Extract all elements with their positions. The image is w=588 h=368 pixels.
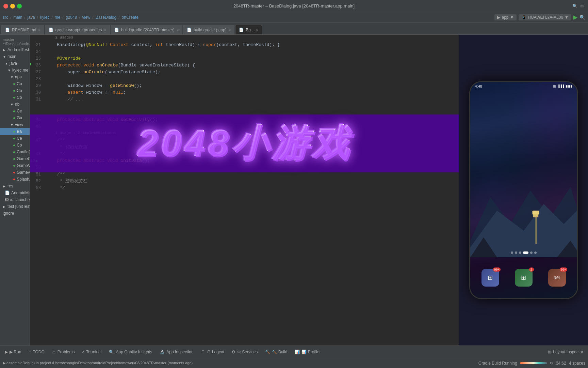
tabs-bar: 📄 README.md × 📄 gradle-wrapper.propertie… bbox=[0, 22, 588, 35]
arrow-java: ▼ bbox=[5, 62, 8, 65]
settings-icon[interactable]: ⚙ bbox=[580, 4, 584, 9]
logcat-btn[interactable]: 🗒 🗒 Logcat bbox=[198, 346, 228, 358]
sidebar-item-ignore[interactable]: ignore bbox=[0, 210, 30, 217]
sidebar-item-res[interactable]: ▶ res bbox=[0, 183, 30, 189]
nav-view[interactable]: view bbox=[82, 15, 90, 20]
tab-close-build-gradle-app[interactable]: × bbox=[229, 28, 231, 32]
sidebar-item-launcher-web[interactable]: 🖼 ic_launcher-web.png bbox=[0, 196, 30, 203]
services-btn[interactable]: ⚙ ⚙ Services bbox=[228, 346, 261, 358]
phone-app-3[interactable]: 傲软 99+ bbox=[548, 269, 566, 287]
build-label: 🔨 Build bbox=[272, 350, 287, 354]
sidebar-item-co1[interactable]: ● Co bbox=[0, 80, 30, 87]
nav-src[interactable]: src bbox=[3, 15, 8, 20]
tab-base-dialog[interactable]: 📄 Ba... × bbox=[235, 25, 262, 34]
sidebar-item-androidmanifest[interactable]: 📄 AndroidManifest.xml bbox=[0, 189, 30, 196]
app-inspection-btn[interactable]: 🔬 App Inspection bbox=[156, 346, 197, 358]
tab-build-gradle-master[interactable]: 📄 build.gradle (2048TR-master) × bbox=[111, 25, 182, 34]
phone-frame: 4:48 ▦ ▐▐▐ ▮▮▮▮ bbox=[469, 81, 578, 299]
sidebar-item-ga[interactable]: ● Ga bbox=[0, 114, 30, 121]
minimize-button[interactable] bbox=[10, 4, 15, 9]
maximize-button[interactable] bbox=[17, 4, 22, 9]
sidebar-item-java[interactable]: ▼ java bbox=[0, 60, 30, 67]
tab-label-readme: README.md bbox=[12, 28, 36, 32]
sidebar-item-gameoverdialog[interactable]: ● GameOverDialog bbox=[0, 155, 30, 162]
sidebar-item-app[interactable]: ▼ app bbox=[0, 74, 30, 80]
tab-readme[interactable]: 📄 README.md × bbox=[1, 25, 44, 34]
app-inspection-label: App Inspection bbox=[166, 350, 193, 354]
sidebar-item-configdialog[interactable]: ● ConfigDialog bbox=[0, 149, 30, 155]
icon-co1: ● bbox=[13, 81, 15, 86]
device-dropdown-icon: ▼ bbox=[565, 15, 569, 20]
tab-close-gradle-wrapper[interactable]: × bbox=[104, 28, 106, 32]
title-right-controls: 🔍 ⚙ bbox=[572, 4, 584, 9]
window-title: 2048TR-master – BaseDialog.java [2048TR-… bbox=[233, 3, 355, 9]
todo-btn[interactable]: ≡ TODO bbox=[25, 346, 48, 358]
sidebar-item-ce2[interactable]: ● Ce bbox=[0, 135, 30, 142]
sidebar-item-splashactivity[interactable]: ● SplashActivity bbox=[0, 176, 30, 183]
app-quality-btn[interactable]: 🔍 App Quality Insights bbox=[105, 346, 156, 358]
sidebar-label-view: view bbox=[15, 122, 23, 127]
sidebar-item-ba[interactable]: ● Ba bbox=[0, 128, 30, 135]
dot-5 bbox=[530, 251, 533, 254]
sidebar-item-co3[interactable]: ● Co bbox=[0, 94, 30, 101]
build-btn[interactable]: 🔨 🔨 Build bbox=[262, 346, 291, 358]
nav-g2048[interactable]: g2048 bbox=[66, 15, 77, 20]
icon-co4: ● bbox=[13, 143, 15, 148]
nav-kylec[interactable]: kylec bbox=[40, 15, 49, 20]
tab-close-readme[interactable]: × bbox=[38, 28, 40, 32]
nav-main[interactable]: main bbox=[13, 15, 22, 20]
nav-on-create[interactable]: onCreate bbox=[122, 15, 138, 20]
phone-time: 4:48 bbox=[475, 84, 482, 88]
dot-2 bbox=[515, 251, 517, 254]
terminal-icon: ≥ bbox=[82, 350, 85, 354]
editor-area[interactable]: 2 usages 21 BaseDialog(@NonNull Context … bbox=[30, 35, 459, 346]
phone-app-1[interactable]: ⊞ 99+ bbox=[481, 269, 499, 287]
tab-close-build-gradle-master[interactable]: × bbox=[177, 28, 179, 32]
phone-status-icons: ▦ ▐▐▐ ▮▮▮▮ bbox=[553, 85, 572, 88]
label-ga: Ga bbox=[17, 116, 22, 120]
search-icon[interactable]: 🔍 bbox=[572, 4, 577, 9]
label-gameview: GameView bbox=[17, 163, 30, 168]
icon-configdialog: ● bbox=[13, 150, 15, 154]
sidebar-item-kylec[interactable]: ▼ kylec.me bbox=[0, 67, 30, 74]
sidebar-item-androidtest[interactable]: ▶ AndroidTest bbox=[0, 46, 30, 53]
label-ce: Ce bbox=[17, 109, 22, 113]
sidebar-item-view[interactable]: ▼ view bbox=[0, 121, 30, 128]
tab-close-base-dialog[interactable]: × bbox=[256, 28, 258, 32]
tab-gradle-wrapper[interactable]: 📄 gradle-wrapper.properties × bbox=[45, 25, 110, 34]
label-launcher-web: ic_launcher-web.png bbox=[10, 197, 30, 202]
run-button[interactable]: ▶ bbox=[573, 14, 577, 20]
run-config-selector[interactable]: ▶ app ▼ bbox=[494, 14, 517, 20]
layout-inspector-btn[interactable]: ⊞ Layout Inspector bbox=[544, 346, 587, 358]
nav-base-dialog[interactable]: BaseDialog bbox=[96, 15, 116, 20]
sidebar-item-gameview[interactable]: ● GameView bbox=[0, 162, 30, 169]
problems-btn[interactable]: ⚠ Problems bbox=[49, 346, 78, 358]
label-splashactivity: SplashActivity bbox=[17, 177, 30, 182]
sidebar-item-gameactivity[interactable]: ● GameActivity bbox=[0, 169, 30, 176]
build-icon: 🔨 bbox=[265, 350, 270, 354]
device-selector[interactable]: 📱 HUAWEI LYA-AL00 ▼ bbox=[519, 14, 571, 20]
status-spaces: 4 spaces bbox=[569, 361, 585, 366]
run-tool-btn[interactable]: ▶ ▶ Run bbox=[1, 346, 24, 358]
nav-me[interactable]: me bbox=[55, 15, 61, 20]
app2-icon: ⊞ bbox=[521, 274, 526, 281]
close-button[interactable] bbox=[3, 4, 8, 9]
sidebar-item-main[interactable]: ▼ main bbox=[0, 53, 30, 60]
sidebar-item-co4[interactable]: ● Co bbox=[0, 142, 30, 149]
todo-icon: ≡ bbox=[29, 350, 31, 354]
search-nav-icon[interactable]: 🔍 bbox=[579, 15, 585, 20]
nav-java[interactable]: java bbox=[28, 15, 35, 20]
profiler-btn[interactable]: 📊 📊 Profiler bbox=[291, 346, 324, 358]
status-time: 34:62 bbox=[556, 361, 566, 366]
tab-build-gradle-app[interactable]: 📄 build.gradle (:app) × bbox=[183, 25, 234, 34]
sidebar-item-unittest[interactable]: ▶ test [unitTest] bbox=[0, 203, 30, 210]
sidebar-item-ce[interactable]: ● Ce bbox=[0, 108, 30, 114]
device-icon: 📱 bbox=[521, 15, 526, 20]
phone-app-2[interactable]: ⊞ 2 bbox=[515, 269, 533, 287]
app3-icon: 傲软 bbox=[554, 275, 560, 280]
code-editor[interactable]: 2 usages 21 BaseDialog(@NonNull Context … bbox=[30, 35, 459, 346]
sidebar-item-db[interactable]: ▼ db bbox=[0, 101, 30, 108]
sidebar-label-java: java bbox=[10, 61, 17, 66]
terminal-btn[interactable]: ≥ Terminal bbox=[79, 346, 105, 358]
sidebar-item-co2[interactable]: ● Co bbox=[0, 87, 30, 94]
